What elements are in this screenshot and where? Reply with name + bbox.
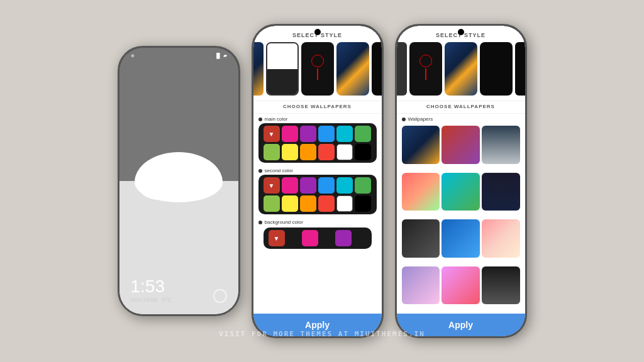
thumb3-city[interactable] (445, 42, 477, 96)
wallpaper-1[interactable] (402, 126, 440, 164)
status-bar: ⊕ ▐▌ ▰ (119, 53, 238, 58)
color-cyan[interactable] (336, 126, 353, 142)
wallpaper-8[interactable] (441, 219, 480, 258)
color-red[interactable] (318, 144, 335, 160)
thumb-dark[interactable] (301, 42, 334, 96)
dropdown-btn-1[interactable]: ▼ (264, 126, 280, 142)
phone-3: SELECT STYLE CHOOSE WALLPAPERS Wallpaper… (395, 24, 527, 338)
color3-purple[interactable] (335, 230, 352, 246)
color-white[interactable] (336, 144, 353, 160)
clock: 1:53 (131, 277, 172, 297)
wallpapers-section-label: Wallpapers (397, 114, 438, 123)
thumb-partial-left[interactable] (253, 42, 264, 96)
color-green[interactable] (355, 126, 371, 142)
dot-second (258, 169, 262, 173)
watermark: VISIT FOR MORE THEMES AT MIUITHEMES.IN (219, 330, 425, 338)
bg-color-label: background color (253, 217, 308, 226)
color-purple[interactable] (300, 126, 316, 142)
wallpaper-11[interactable] (441, 266, 480, 305)
camera-hole-3 (458, 29, 464, 35)
main-color-label: main color (253, 114, 293, 123)
wallpaper-10[interactable] (402, 266, 440, 305)
color2-purple[interactable] (300, 177, 316, 194)
wallpapers-label: CHOOSE WALLPAPERS (283, 104, 352, 109)
time-display: 1:53 Mon 23/08 0°C (131, 277, 172, 303)
color2-yellow[interactable] (282, 195, 298, 212)
color2-white[interactable] (336, 195, 353, 212)
phone-2-screen: SELECT STYLE CHOOSE WALLPAPERS (253, 26, 382, 336)
status-icons: ▐▌ ▰ (214, 53, 226, 58)
wallpaper-5[interactable] (441, 173, 480, 211)
color2-lime[interactable] (264, 195, 280, 212)
thumb-city[interactable] (336, 42, 369, 96)
thumb3-dark2[interactable] (480, 42, 513, 96)
thumb-white[interactable] (266, 42, 299, 96)
dropdown-btn-2[interactable]: ▼ (264, 177, 280, 194)
thumb3-dark[interactable] (409, 42, 442, 96)
thumb-dark2[interactable] (372, 42, 382, 96)
wallpaper-grid (397, 123, 525, 314)
wallpaper-6[interactable] (482, 173, 520, 211)
phone-2: SELECT STYLE CHOOSE WALLPAPERS (252, 24, 384, 338)
dot-bg (258, 221, 262, 224)
phone-3-screen: SELECT STYLE CHOOSE WALLPAPERS Wallpaper… (397, 26, 525, 336)
date: Mon 23/08 0°C (131, 297, 172, 303)
second-color-label: second color (253, 165, 298, 175)
color2-red[interactable] (318, 195, 335, 212)
color-yellow[interactable] (282, 144, 298, 160)
wallpaper-7[interactable] (402, 219, 440, 258)
wallpaper-2[interactable] (441, 126, 480, 164)
color-lime[interactable] (264, 144, 280, 160)
signal-icon: ▐▌ (214, 53, 221, 58)
circle-deco (311, 55, 324, 67)
wallpaper-12[interactable] (482, 266, 520, 305)
color-orange[interactable] (300, 144, 316, 160)
wallpapers-section: CHOOSE WALLPAPERS (253, 101, 382, 114)
phone-1: ⊕ ▐▌ ▰ 1:53 Mon 23/08 0°C (118, 46, 240, 316)
thumb3-partial-left[interactable] (397, 42, 407, 96)
style-thumbnails (253, 42, 382, 101)
color-blue[interactable] (318, 126, 335, 142)
color-pink[interactable] (282, 126, 298, 142)
style-thumbnails-3 (397, 42, 525, 101)
phone-3-wrapper: SELECT STYLE CHOOSE WALLPAPERS Wallpaper… (395, 24, 527, 338)
phone-1-wrapper: ⊕ ▐▌ ▰ 1:53 Mon 23/08 0°C (118, 46, 240, 316)
bluetooth-icon: ⊕ (131, 53, 135, 58)
wallpapers-label-3: CHOOSE WALLPAPERS (426, 104, 495, 109)
thumb3-partial-right[interactable] (515, 42, 525, 96)
camera-hole-2 (314, 29, 321, 35)
color-black[interactable] (355, 144, 371, 160)
line-deco-3 (425, 69, 426, 80)
main-color-grid[interactable]: ▼ (258, 123, 377, 163)
dot-main (258, 118, 262, 121)
second-color-grid[interactable]: ▼ (258, 175, 377, 214)
phone-1-screen: ⊕ ▐▌ ▰ 1:53 Mon 23/08 0°C (119, 48, 238, 314)
wallpaper-3[interactable] (482, 126, 520, 164)
wallpaper-4[interactable] (402, 173, 440, 211)
color2-blue[interactable] (318, 177, 335, 194)
dropdown-btn-3[interactable]: ▼ (269, 230, 285, 246)
bg-color-row[interactable]: ▼ (264, 228, 372, 249)
color2-black[interactable] (355, 195, 371, 212)
battery-icon: ▰ (223, 53, 227, 58)
circle-deco-3 (419, 55, 432, 67)
phone-2-wrapper: SELECT STYLE CHOOSE WALLPAPERS (252, 24, 384, 338)
home-indicator (213, 289, 227, 303)
color2-cyan[interactable] (336, 177, 353, 194)
wallpapers-section-3: CHOOSE WALLPAPERS (397, 101, 525, 114)
color2-green[interactable] (355, 177, 371, 194)
dot-wallpapers (402, 118, 406, 121)
color2-pink[interactable] (282, 177, 298, 194)
line-deco (317, 69, 318, 80)
color2-orange[interactable] (300, 195, 316, 212)
wallpaper-9[interactable] (482, 219, 520, 258)
color3-pink[interactable] (302, 230, 318, 246)
